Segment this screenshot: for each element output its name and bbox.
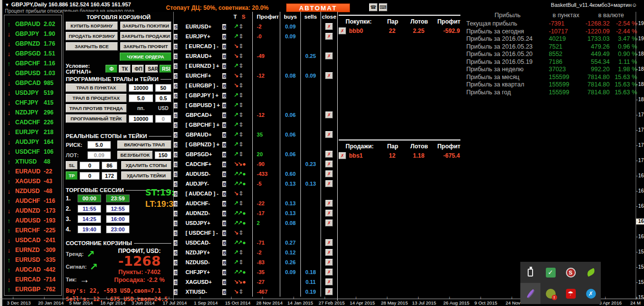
- close-pair-button[interactable]: ✗: [325, 180, 333, 187]
- buy-pair-button[interactable]: B: [222, 63, 227, 69]
- signal-toggle-button[interactable]: RSI: [160, 65, 171, 73]
- sell-pair-button[interactable]: S: [174, 44, 178, 50]
- sl-button[interactable]: SL: [66, 161, 78, 169]
- tray-icon-cell[interactable]: [540, 283, 561, 304]
- close-pair-button[interactable]: ✗: [325, 170, 333, 177]
- buy-pair-button[interactable]: B: [222, 44, 227, 50]
- buy-pair-button[interactable]: B: [222, 93, 227, 99]
- session-from-input[interactable]: 00:00: [78, 195, 101, 202]
- program-take-input-1[interactable]: 10000: [129, 115, 153, 123]
- sell-pair-button[interactable]: S: [174, 63, 178, 69]
- phone-icon[interactable]: ☎: [369, 3, 377, 11]
- close-pair-button[interactable]: ✗: [325, 239, 333, 246]
- buy-pair-button[interactable]: B: [222, 240, 227, 246]
- buy-pair-button[interactable]: B: [222, 230, 227, 236]
- sell-pair-button[interactable]: S: [174, 54, 178, 59]
- sell-pair-button[interactable]: S: [174, 93, 178, 99]
- buy-pair-button[interactable]: B: [222, 162, 227, 167]
- sell-pair-button[interactable]: S: [174, 221, 178, 226]
- session-to-input[interactable]: 16:00: [106, 215, 130, 223]
- sell-pair-button[interactable]: S: [174, 103, 178, 109]
- close-pair-button[interactable]: ✗: [325, 200, 333, 207]
- close-buys-basket-button[interactable]: ✗: [339, 28, 346, 34]
- sell-pair-button[interactable]: S: [174, 34, 178, 40]
- buy-pair-button[interactable]: B: [222, 181, 227, 187]
- close-all-button[interactable]: ЗАКРЫТЬ ВСЕ: [66, 42, 118, 51]
- program-take-input-2[interactable]: 0: [155, 115, 171, 123]
- tray-icon-cell[interactable]: ✗: [581, 283, 601, 304]
- sell-pair-button[interactable]: S: [174, 83, 178, 89]
- program-take-button[interactable]: ПРОГРАММНЫЙ ТЕЙК: [66, 114, 127, 123]
- trail-percent-input-2[interactable]: 0.5: [155, 94, 171, 102]
- sell-pair-button[interactable]: S: [174, 142, 178, 148]
- tray-icon-cell[interactable]: [520, 283, 540, 304]
- buy-pair-button[interactable]: B: [222, 289, 227, 295]
- tray-icon-cell[interactable]: ☂: [561, 283, 581, 304]
- close-pair-button[interactable]: ✗: [325, 210, 333, 217]
- buy-pair-button[interactable]: B: [222, 270, 227, 276]
- sell-pair-button[interactable]: S: [174, 162, 178, 167]
- automat-button[interactable]: АВТОМАТ: [286, 3, 350, 12]
- close-pair-button[interactable]: ✗: [325, 249, 333, 256]
- close-pair-button[interactable]: ✗: [325, 131, 333, 138]
- trail-counter-trend-button[interactable]: ТРАЛ ПРОТИВ ТРЕНДА: [66, 104, 127, 112]
- session-from-input[interactable]: 14:25: [78, 215, 101, 223]
- delete-takes-button[interactable]: УДАЛИТЬ ТЕЙКИ: [121, 171, 171, 180]
- signal-toggle-button[interactable]: SAR: [145, 65, 158, 73]
- buy-pair-button[interactable]: B: [222, 201, 227, 207]
- enable-trail-button[interactable]: ВКЛЮЧИТЬ ТРАЛ: [117, 140, 171, 149]
- buy-pair-button[interactable]: B: [222, 103, 227, 109]
- buy-pair-button[interactable]: B: [222, 221, 227, 226]
- buy-pair-button[interactable]: B: [222, 83, 227, 89]
- close-pair-button[interactable]: ✗: [325, 278, 333, 285]
- sell-pair-button[interactable]: S: [174, 73, 178, 79]
- breakeven-input[interactable]: 150: [155, 151, 171, 159]
- buy-pair-button[interactable]: B: [222, 171, 227, 177]
- close-profit-button[interactable]: ЗАКРЫТЬ ПРОФИТ: [120, 42, 172, 51]
- buy-pair-button[interactable]: B: [222, 211, 227, 217]
- close-pair-button[interactable]: ✗: [325, 151, 333, 158]
- sell-pair-button[interactable]: S: [174, 191, 178, 197]
- sell-pair-button[interactable]: S: [174, 289, 178, 295]
- foreign-orders-button[interactable]: ЧУЖИЕ ОРДЕРА: [120, 53, 171, 61]
- close-pair-button[interactable]: ✗: [325, 269, 333, 276]
- sell-pair-button[interactable]: S: [174, 250, 178, 256]
- close-buys-button[interactable]: ЗАКРЫТЬ ПОКУПКИ: [120, 22, 172, 30]
- sell-pair-button[interactable]: S: [174, 132, 178, 138]
- sell-pair-button[interactable]: S: [174, 122, 178, 128]
- close-pair-button[interactable]: ✗: [325, 161, 333, 167]
- sell-pair-button[interactable]: S: [174, 201, 178, 207]
- sell-pair-button[interactable]: S: [174, 260, 178, 266]
- tray-icon-cell[interactable]: ✓: [540, 262, 561, 283]
- sell-pair-button[interactable]: S: [174, 171, 178, 177]
- close-pair-button[interactable]: ✗: [325, 111, 333, 118]
- sl-input-1[interactable]: 0: [80, 162, 100, 169]
- close-pair-button[interactable]: ✗: [325, 53, 333, 59]
- sell-pair-button[interactable]: S: [174, 279, 178, 285]
- tp-button[interactable]: TP: [66, 171, 78, 180]
- tray-icon-cell[interactable]: [581, 262, 601, 283]
- buy-pair-button[interactable]: B: [222, 73, 227, 79]
- buy-pair-button[interactable]: B: [222, 152, 227, 158]
- sell-pair-button[interactable]: S: [174, 112, 178, 118]
- terminal-icon[interactable]: ⌨: [379, 3, 387, 11]
- lot-input[interactable]: 0.09: [87, 151, 111, 159]
- delete-stops-button[interactable]: УДАЛИТЬ СТОПЫ: [121, 161, 171, 169]
- buy-pair-button[interactable]: B: [222, 54, 227, 59]
- tray-icon-cell[interactable]: [520, 262, 540, 283]
- buy-pair-button[interactable]: B: [222, 191, 227, 197]
- close-pair-button[interactable]: ✗: [325, 259, 333, 266]
- close-pair-button[interactable]: ✗: [325, 220, 333, 226]
- sell-pair-button[interactable]: S: [174, 270, 178, 276]
- buy-basket-button[interactable]: КУПИТЬ КОРЗИНУ: [66, 22, 118, 30]
- sell-pair-button[interactable]: S: [174, 240, 178, 246]
- buy-pair-button[interactable]: B: [222, 132, 227, 138]
- buy-pair-button[interactable]: B: [222, 142, 227, 148]
- signal-toggle-button[interactable]: ТК: [119, 65, 131, 73]
- close-pair-button[interactable]: ✗: [325, 288, 333, 295]
- session-to-input[interactable]: 12:55: [106, 205, 130, 213]
- session-to-input[interactable]: 23:00: [106, 225, 130, 233]
- signal-toggle-button[interactable]: Ф: [106, 65, 117, 73]
- sell-pair-button[interactable]: S: [174, 181, 178, 187]
- sell-pair-button[interactable]: S: [174, 24, 178, 30]
